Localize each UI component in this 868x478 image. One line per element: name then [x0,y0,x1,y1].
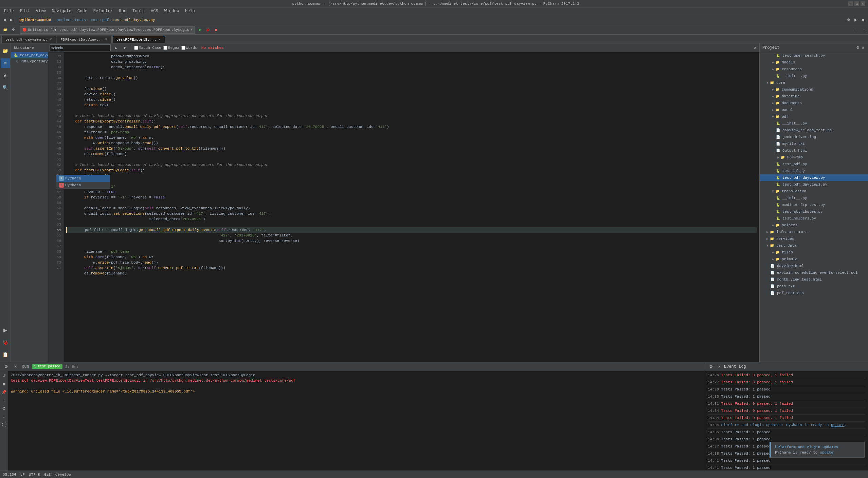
structure-item-class[interactable]: C PDFExportDayViewTest [11,58,48,64]
run-sort-btn[interactable]: ↕ [1,413,7,420]
menu-run[interactable]: Run [116,8,129,14]
tree-item-medinet-ftp[interactable]: 🐍 medinet_ftp_test.py [760,202,868,208]
tree-item-pdf-tmp[interactable]: ▶ 📁 PDF-tmp [760,154,868,161]
breadcrumb-pdf[interactable]: pdf [102,18,109,22]
run-panel-close-btn[interactable]: × [12,363,19,370]
run-button[interactable]: ▶ [197,26,203,34]
tree-item-month-view[interactable]: 📄 month_view_test.html [760,276,868,283]
stop-button[interactable]: ⏹ [213,26,220,34]
tree-item-core[interactable]: ▼ 📁 core [760,79,868,86]
tab-1-close[interactable]: × [105,37,108,42]
tree-item-test-user-search[interactable]: 🐍 test_user_search.py [760,52,868,59]
tree-item-init-translation[interactable]: 🐍 __init__.py [760,195,868,202]
run-panel-settings-btn[interactable]: ⚙ [3,363,10,370]
event-log-icon[interactable]: 📋 [1,350,10,359]
tree-item-path-txt[interactable]: 📄 path.txt [760,283,868,290]
tree-item-test-helpers[interactable]: 🐍 test_helpers.py [760,215,868,222]
tree-item-services[interactable]: ▶ 📁 services [760,235,868,242]
tree-item-test-pdf-dayview[interactable]: 🐍 test_pdf_dayview.py [760,174,868,181]
tree-item-test-data[interactable]: ▼ 📁 test_data [760,242,868,249]
tree-item-translation[interactable]: ▼ 📁 translation [760,188,868,195]
toolbar-right-1[interactable]: ← [852,26,859,34]
tree-item-datetime[interactable]: ▶ 📁 datetime [760,93,868,100]
words-checkbox[interactable] [181,46,185,50]
menu-edit[interactable]: Edit [17,8,33,14]
run-config-btn-1[interactable]: 📁 [1,26,9,34]
tree-item-helpers[interactable]: ▶ 📁 helpers [760,222,868,229]
run-scroll-btn[interactable]: ↓ [1,397,7,404]
tree-item-init-py[interactable]: 🐍 __init__.py [760,120,868,127]
toolbar-btn-1[interactable]: ▶ [853,16,859,24]
structure-icon[interactable]: ≡ [1,58,10,68]
breadcrumb-medinet-tests[interactable]: medinet_tests [57,18,86,22]
structure-item-file[interactable]: 🐍 test_pdf_dayview.py [11,52,48,58]
menu-refactor[interactable]: Refactor [91,8,116,14]
run-restart-btn[interactable]: ↺ [1,372,7,379]
tree-item-myfile[interactable]: 📄 myfile.txt [760,140,868,147]
search-next-button[interactable]: ▼ [121,45,128,51]
code-content[interactable]: password=password, caching=caching, chec… [64,52,759,362]
run-expand-btn[interactable]: ⛶ [1,421,7,428]
favorites-icon[interactable]: ★ [1,71,10,80]
settings-button[interactable]: ⚙ [845,16,852,24]
minimize-button[interactable]: – [848,1,853,6]
menu-window[interactable]: Window [162,8,182,14]
notification-link[interactable]: update [820,451,833,455]
search-close-button[interactable]: × [753,45,758,51]
toolbar-right-2[interactable]: → [860,26,867,34]
tree-item-documents[interactable]: ▶ 📁 documents [760,100,868,107]
tab-1[interactable]: PDFExportDayView... × [57,36,111,43]
tree-item-primula[interactable]: ▶ 📁 primula [760,256,868,263]
run-filter-btn[interactable]: ⚙ [1,405,7,412]
tab-0-close[interactable]: × [49,37,52,42]
breadcrumb-core[interactable]: core [90,18,98,22]
tree-item-test-pdf-dayview2[interactable]: 🐍 test_pdf_dayview2.py [760,181,868,188]
event-settings-btn[interactable]: ⚙ [708,363,715,370]
event-update-link[interactable]: update [831,423,845,427]
tree-item-init-1[interactable]: 🐍 __init__.py [760,73,868,79]
regex-option[interactable]: Regex [163,46,179,50]
regex-checkbox[interactable] [163,46,167,50]
code-editor[interactable]: 32 33 34 35 36 37 38 39 40 41 42 43 44 4… [48,52,759,362]
tab-2[interactable]: testPDFExportBy... × [112,36,165,43]
run-config-btn-2[interactable]: ⚙ [10,26,17,34]
close-button[interactable]: × [861,1,865,6]
run-icon[interactable]: ▶ [1,325,10,335]
menu-file[interactable]: File [1,8,17,14]
tree-item-explain-sql[interactable]: 📄 explain_scheduling_events_select.sql [760,269,868,276]
menu-help[interactable]: Help [182,8,198,14]
panel-settings-btn[interactable]: ⚙ [855,45,861,50]
menu-navigate[interactable]: Navigate [49,8,74,14]
menu-tools[interactable]: Tools [130,8,147,14]
tree-item-test-attrs[interactable]: 🐍 test_attributes.py [760,208,868,215]
tab-0[interactable]: test_pdf_dayview.py × [1,36,56,43]
match-case-checkbox[interactable] [134,46,138,50]
words-option[interactable]: Words [181,46,197,50]
run-pin-btn[interactable]: 📌 [1,389,7,396]
tree-item-pdf-test-css[interactable]: 📄 pdf_test.css [760,290,868,297]
event-close-btn[interactable]: × [716,363,723,370]
tree-item-infrastructure[interactable]: ▶ 📁 infrastructure [760,229,868,235]
tree-item-excel[interactable]: ▶ 📁 excel [760,107,868,113]
autocomplete-item-1[interactable]: P PyCharm [56,175,110,182]
tree-item-geckodriver[interactable]: 📄 geckodriver.log [760,134,868,140]
search-input[interactable] [50,44,111,51]
tree-item-dayview-html[interactable]: 📄 dayview.html [760,263,868,269]
search-prev-button[interactable]: ▲ [112,45,120,51]
tree-item-resources[interactable]: ▶ 📁 resources [760,66,868,73]
panel-close-btn[interactable]: × [861,45,865,50]
project-icon[interactable]: 📁 [1,46,10,56]
tree-item-pdf[interactable]: ▼ 📁 pdf [760,113,868,120]
menu-view[interactable]: View [33,8,49,14]
menu-code[interactable]: Code [75,8,90,14]
tab-2-close[interactable]: × [158,38,161,42]
search-icon[interactable]: 🔍 [1,83,10,92]
run-configuration[interactable]: 🔴 Unittests for test_pdf_dayview.PDFExpo… [20,26,195,34]
tree-item-test-if-py[interactable]: 🐍 test_if.py [760,168,868,174]
tree-item-files[interactable]: ▶ 📁 files [760,249,868,256]
tree-item-test-pdf-py[interactable]: 🐍 test_pdf.py [760,161,868,168]
match-case-option[interactable]: Match Case [134,46,161,50]
autocomplete-item-2[interactable]: P PyCharm [56,182,110,189]
tree-item-models[interactable]: ▶ 📁 models [760,59,868,66]
menu-vcs[interactable]: VCS [148,8,161,14]
